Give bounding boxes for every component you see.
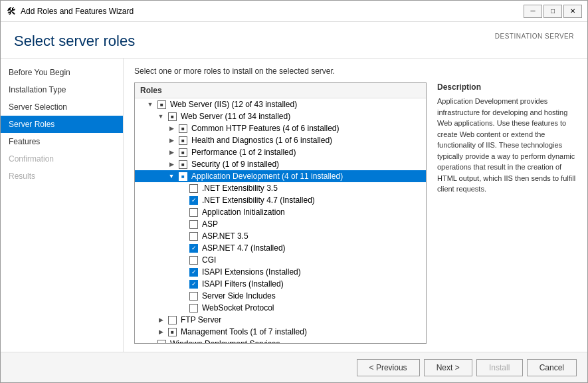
expander-icon[interactable]: ▼: [146, 100, 155, 109]
instruction-text: Select one or more roles to install on t…: [134, 66, 577, 76]
tree-item-performance[interactable]: ▶ ■ Performance (1 of 2 installed): [135, 146, 426, 158]
tree-item-app-init[interactable]: Application Initialization: [135, 206, 426, 218]
sidebar-item-features[interactable]: Features: [1, 133, 123, 150]
expander-icon[interactable]: ▶: [167, 124, 176, 133]
tree-item-isapi-ext[interactable]: ✓ ISAPI Extensions (Installed): [135, 266, 426, 278]
label-ssi: Server Side Includes: [202, 291, 276, 301]
wizard-icon: 🛠: [6, 6, 17, 17]
expander-spacer: [177, 184, 187, 193]
label-health-diag: Health and Diagnostics (1 of 6 installed…: [191, 136, 332, 145]
expander-spacer: [177, 243, 187, 253]
checkbox-isapi-filters[interactable]: ✓: [189, 280, 198, 289]
checkbox-common-http[interactable]: ■: [179, 124, 187, 133]
tree-item-common-http[interactable]: ▶ ■ Common HTTP Features (4 of 6 install…: [135, 122, 426, 134]
checkbox-asp[interactable]: [189, 220, 198, 229]
expander-spacer: [177, 231, 187, 241]
label-websocket: WebSocket Protocol: [202, 303, 274, 313]
expander-spacer: [177, 291, 187, 301]
tree-item-security[interactable]: ▶ ■ Security (1 of 9 installed): [135, 158, 426, 170]
checkbox-aspnet47[interactable]: ✓: [189, 244, 198, 253]
checkbox-app-init[interactable]: [189, 208, 198, 217]
expander-spacer: [177, 279, 187, 289]
expander-icon[interactable]: ▼: [167, 172, 176, 181]
label-aspnet47: ASP.NET 4.7 (Installed): [202, 243, 286, 253]
footer: < Previous Next > Install Cancel: [1, 352, 587, 382]
expander-icon[interactable]: ▶: [167, 136, 176, 145]
previous-button[interactable]: < Previous: [357, 359, 420, 376]
expander-spacer: [177, 303, 187, 313]
label-ftp: FTP Server: [181, 315, 221, 324]
tree-item-web-server-iis[interactable]: ▼ ■ Web Server (IIS) (12 of 43 installed…: [135, 98, 426, 110]
sidebar-item-installation-type[interactable]: Installation Type: [1, 81, 123, 98]
label-performance: Performance (1 of 2 installed): [191, 148, 296, 157]
sidebar-item-confirmation: Confirmation: [1, 150, 123, 168]
expander-spacer: [177, 195, 187, 205]
checkbox-performance[interactable]: ■: [179, 148, 187, 157]
tree-item-net47-ext[interactable]: ✓ .NET Extensibility 4.7 (Installed): [135, 194, 426, 206]
expander-icon[interactable]: ▶: [167, 160, 176, 169]
checkbox-security[interactable]: ■: [179, 160, 187, 169]
tree-item-mgmt-tools[interactable]: ▶ ■ Management Tools (1 of 7 installed): [135, 326, 426, 338]
expander-icon[interactable]: ▶: [156, 315, 165, 324]
checkbox-web-server[interactable]: ■: [168, 112, 177, 121]
sidebar-item-before-you-begin[interactable]: Before You Begin: [1, 64, 123, 81]
tree-item-websocket[interactable]: WebSocket Protocol: [135, 302, 426, 314]
expander-icon[interactable]: ▶: [156, 327, 165, 336]
sidebar: Before You Begin Installation Type Serve…: [1, 59, 124, 352]
label-isapi-ext: ISAPI Extensions (Installed): [202, 267, 301, 277]
next-button[interactable]: Next >: [424, 359, 472, 376]
install-button[interactable]: Install: [476, 359, 523, 376]
checkbox-ssi[interactable]: [189, 292, 198, 301]
tree-item-aspnet47[interactable]: ✓ ASP.NET 4.7 (Installed): [135, 242, 426, 254]
description-text: Application Development provides infrast…: [437, 96, 577, 195]
title-bar: 🛠 Add Roles and Features Wizard ─ □ ✕: [1, 1, 587, 22]
checkbox-ftp[interactable]: [168, 316, 177, 324]
checkbox-app-dev[interactable]: ■: [179, 172, 187, 181]
label-asp: ASP: [202, 219, 218, 229]
tree-item-asp[interactable]: ASP: [135, 218, 426, 230]
destination-server-label: DESTINATION SERVER: [495, 33, 574, 40]
checkbox-wds[interactable]: [157, 340, 166, 344]
checkbox-health-diag[interactable]: ■: [179, 136, 187, 145]
description-title: Description: [437, 82, 577, 92]
checkbox-web-server-iis[interactable]: ■: [157, 100, 166, 109]
label-aspnet35: ASP.NET 3.5: [202, 231, 248, 241]
close-button[interactable]: ✕: [563, 5, 582, 18]
checkbox-websocket[interactable]: [189, 304, 198, 313]
expander-icon[interactable]: ▶: [167, 148, 176, 157]
sidebar-item-server-roles[interactable]: Server Roles: [1, 116, 123, 133]
checkbox-net47-ext[interactable]: ✓: [189, 196, 198, 205]
tree-item-ftp[interactable]: ▶ FTP Server: [135, 314, 426, 326]
tree-item-ssi[interactable]: Server Side Includes: [135, 290, 426, 302]
tree-item-web-server[interactable]: ▼ ■ Web Server (11 of 34 installed): [135, 110, 426, 122]
tree-item-net35[interactable]: .NET Extensibility 3.5: [135, 182, 426, 194]
title-bar-text: Add Roles and Features Wizard: [21, 7, 134, 16]
tree-item-aspnet35[interactable]: ASP.NET 3.5: [135, 230, 426, 242]
label-net35: .NET Extensibility 3.5: [202, 184, 278, 193]
label-cgi: CGI: [202, 255, 216, 265]
checkbox-mgmt-tools[interactable]: ■: [168, 328, 177, 336]
checkbox-aspnet35[interactable]: [189, 232, 198, 241]
checkbox-net35[interactable]: [189, 184, 198, 193]
tree-item-wds[interactable]: Windows Deployment Services: [135, 338, 426, 344]
tree-item-app-dev[interactable]: ▼ ■ Application Development (4 of 11 ins…: [135, 170, 426, 182]
cancel-button[interactable]: Cancel: [527, 359, 577, 376]
label-app-init: Application Initialization: [202, 207, 285, 217]
expander-spacer: [177, 267, 187, 277]
expander-icon[interactable]: ▼: [156, 112, 165, 121]
expander-spacer: [177, 207, 187, 217]
page-header: Select server roles DESTINATION SERVER: [1, 22, 587, 59]
minimize-button[interactable]: ─: [524, 5, 542, 18]
label-net47-ext: .NET Extensibility 4.7 (Installed): [202, 195, 315, 205]
roles-list-container[interactable]: Roles ▼ ■ Web Server (IIS) (12 of 43 ins…: [134, 82, 427, 344]
tree-item-health-diag[interactable]: ▶ ■ Health and Diagnostics (1 of 6 insta…: [135, 134, 426, 146]
label-web-server: Web Server (11 of 34 installed): [181, 112, 290, 121]
expander-spacer: [177, 219, 187, 229]
tree-item-cgi[interactable]: CGI: [135, 254, 426, 266]
checkbox-isapi-ext[interactable]: ✓: [189, 268, 198, 277]
page-title: Select server roles: [14, 33, 135, 58]
sidebar-item-server-selection[interactable]: Server Selection: [1, 98, 123, 116]
checkbox-cgi[interactable]: [189, 256, 198, 265]
maximize-button[interactable]: □: [543, 5, 562, 18]
tree-item-isapi-filters[interactable]: ✓ ISAPI Filters (Installed): [135, 278, 426, 290]
